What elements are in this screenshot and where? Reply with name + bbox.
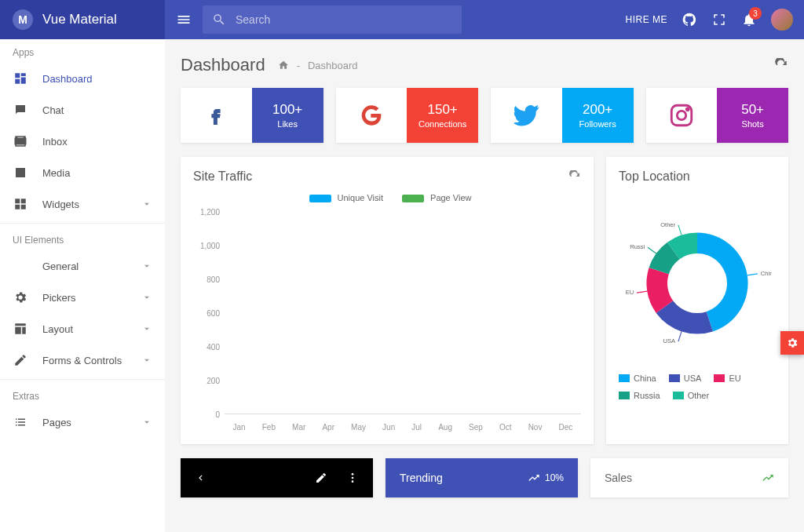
- site-traffic-chart: 02004006008001,0001,200 JanFebMarAprMayJ…: [193, 212, 581, 432]
- bottom-row: Trending 10% Sales: [181, 458, 788, 497]
- page-header: Dashboard - Dashboard: [181, 55, 788, 75]
- logo-icon: M: [13, 9, 33, 30]
- notification-badge: 3: [749, 7, 762, 20]
- chevron-down-icon: [141, 323, 152, 334]
- svg-line-7: [637, 291, 647, 293]
- more-icon[interactable]: [346, 472, 359, 484]
- fullscreen-icon[interactable]: [711, 12, 727, 27]
- hire-me-link[interactable]: HIRE ME: [625, 14, 667, 25]
- edit-icon[interactable]: [315, 472, 327, 484]
- dashboard-icon: [13, 71, 28, 86]
- stats-row: 100+ Likes 150+ Connections 200+ Followe…: [181, 88, 788, 143]
- list-icon: [13, 414, 28, 430]
- top-location-panel: Top Location ChinaUSAEURussiOther ChinaU…: [606, 157, 788, 444]
- section-label: Extras: [0, 383, 165, 406]
- sales-card[interactable]: Sales: [590, 458, 788, 497]
- home-icon[interactable]: [278, 60, 289, 71]
- facebook-icon: [181, 88, 252, 143]
- layout-icon: [13, 321, 28, 337]
- app-name: Vue Material: [42, 12, 117, 27]
- chevron-down-icon: [141, 292, 152, 303]
- search-box[interactable]: [203, 5, 462, 34]
- site-traffic-panel: Site Traffic Unique VisitPage View 02004…: [181, 157, 594, 444]
- stat-value: 50+: [741, 102, 764, 118]
- svg-point-14: [352, 477, 354, 479]
- chevron-down-icon: [141, 261, 152, 271]
- svg-text:USA: USA: [663, 337, 677, 344]
- panel-title-traffic: Site Traffic: [193, 169, 252, 184]
- section-label: Apps: [0, 39, 165, 63]
- breadcrumb-current: Dashboard: [308, 60, 358, 71]
- topbar: HIRE ME 3: [165, 0, 804, 39]
- search-icon: [212, 13, 226, 27]
- svg-text:China: China: [761, 270, 772, 277]
- svg-line-5: [678, 331, 682, 341]
- stat-card-facebook[interactable]: 100+ Likes: [181, 88, 323, 143]
- sidebar-item-inbox[interactable]: Inbox: [0, 126, 165, 157]
- sales-label: Sales: [605, 472, 632, 484]
- stat-label: Shots: [742, 119, 764, 129]
- black-card[interactable]: [181, 458, 373, 497]
- chevron-left-icon[interactable]: [195, 472, 206, 483]
- tune-icon: [13, 258, 28, 274]
- stat-label: Connections: [418, 119, 466, 129]
- sidebar: M Vue Material Apps Dashboard Chat Inbox…: [0, 0, 165, 532]
- search-input[interactable]: [236, 13, 452, 26]
- media-icon: [13, 165, 28, 180]
- edit-icon: [13, 352, 28, 368]
- chevron-down-icon: [141, 199, 152, 210]
- sidebar-item-forms-controls[interactable]: Forms & Controls: [0, 344, 165, 376]
- settings-fab[interactable]: [780, 331, 804, 355]
- trending-up-icon: [528, 472, 540, 484]
- svg-point-13: [352, 473, 354, 476]
- sidebar-item-pages[interactable]: Pages: [0, 406, 165, 438]
- instagram-icon: [646, 88, 718, 143]
- stat-card-google[interactable]: 150+ Connections: [336, 88, 479, 143]
- widgets-icon: [13, 196, 28, 212]
- notifications-icon[interactable]: 3: [741, 12, 757, 27]
- gear-icon: [13, 290, 28, 305]
- twitter-icon: [491, 88, 562, 143]
- stat-value: 200+: [583, 102, 612, 118]
- menu-toggle-button[interactable]: [176, 12, 192, 27]
- svg-text:Other: Other: [660, 221, 675, 228]
- trending-card[interactable]: Trending 10%: [386, 458, 578, 497]
- sidebar-item-media[interactable]: Media: [0, 157, 165, 188]
- svg-line-3: [747, 274, 758, 275]
- breadcrumb: - Dashboard: [278, 60, 358, 71]
- user-avatar[interactable]: [771, 9, 793, 31]
- sidebar-item-chat[interactable]: Chat: [0, 94, 165, 126]
- stat-label: Likes: [277, 119, 298, 129]
- content-area: Dashboard - Dashboard 100+ Likes 150+ Co…: [165, 39, 804, 532]
- inbox-icon: [13, 133, 28, 149]
- svg-line-11: [678, 225, 682, 235]
- section-label: UI Elements: [0, 227, 165, 250]
- trending-pct: 10%: [545, 472, 564, 483]
- stat-card-instagram[interactable]: 50+ Shots: [646, 88, 789, 143]
- chat-icon: [13, 102, 28, 118]
- sidebar-item-layout[interactable]: Layout: [0, 313, 165, 344]
- trending-label: Trending: [400, 472, 443, 484]
- svg-text:EU: EU: [626, 289, 634, 296]
- svg-point-2: [686, 108, 689, 111]
- trending-up-icon: [762, 472, 774, 484]
- stat-card-twitter[interactable]: 200+ Followers: [491, 88, 634, 143]
- page-title: Dashboard: [181, 55, 265, 75]
- stat-label: Followers: [579, 119, 616, 129]
- chevron-down-icon: [141, 355, 152, 366]
- svg-text:Russi: Russi: [630, 243, 645, 250]
- stat-value: 150+: [427, 102, 457, 118]
- google-icon: [336, 88, 407, 143]
- github-icon[interactable]: [682, 12, 697, 27]
- svg-line-9: [648, 247, 656, 253]
- sidebar-item-dashboard[interactable]: Dashboard: [0, 63, 165, 94]
- location-donut-chart: ChinaUSAEURussiOther: [619, 193, 776, 366]
- chart-legend: Unique VisitPage View: [193, 193, 581, 202]
- page-refresh-button[interactable]: [774, 58, 788, 72]
- svg-point-1: [677, 111, 685, 119]
- sidebar-item-general[interactable]: General: [0, 250, 165, 282]
- traffic-refresh-button[interactable]: [568, 170, 581, 183]
- sidebar-item-pickers[interactable]: Pickers: [0, 282, 165, 313]
- svg-point-15: [352, 480, 354, 483]
- sidebar-item-widgets[interactable]: Widgets: [0, 188, 165, 220]
